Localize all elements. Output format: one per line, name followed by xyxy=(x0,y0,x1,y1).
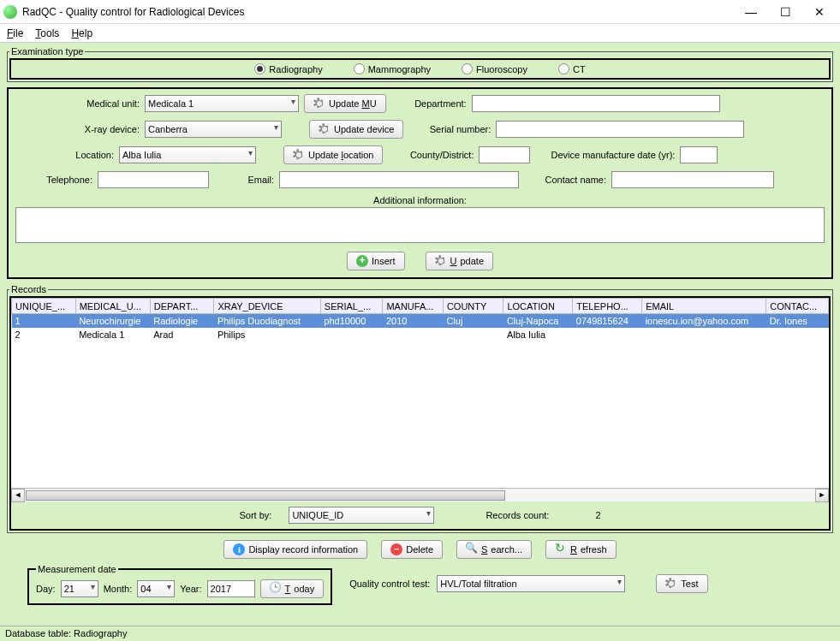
measurement-date-fieldset: Measurement date Day: 21 Month: 04 Year:… xyxy=(27,564,332,605)
column-header[interactable]: MANUFA... xyxy=(383,299,444,314)
column-header[interactable]: XRAY_DEVICE xyxy=(214,299,320,314)
gear-icon xyxy=(293,149,305,161)
records-table[interactable]: UNIQUE_...MEDICAL_U...DEPART...XRAY_DEVI… xyxy=(11,298,829,488)
column-header[interactable]: EMAIL xyxy=(642,299,766,314)
column-header[interactable]: LOCATION xyxy=(503,299,573,314)
refresh-icon xyxy=(555,543,567,555)
contact-input[interactable] xyxy=(611,171,774,188)
titlebar: RadQC - Quality control for Radiological… xyxy=(0,0,840,24)
email-input[interactable] xyxy=(279,171,519,188)
search-button[interactable]: Search... xyxy=(456,540,532,559)
qc-test-select[interactable]: HVL/Total filtration xyxy=(437,575,625,592)
table-row[interactable]: 1NeurochirurgieRadiologiePhilips Duodiag… xyxy=(12,314,829,329)
column-header[interactable]: SERIAL_... xyxy=(320,299,383,314)
radio-ct[interactable]: CT xyxy=(558,63,586,74)
update-device-button[interactable]: Update device xyxy=(309,120,403,139)
xray-label: X-ray device: xyxy=(15,124,140,134)
update-button[interactable]: Update xyxy=(426,252,493,270)
close-button[interactable]: ✕ xyxy=(802,1,837,23)
gear-icon xyxy=(319,123,331,135)
sort-select[interactable]: UNIQUE_ID xyxy=(289,507,434,524)
refresh-button[interactable]: Refresh xyxy=(545,540,617,559)
info-icon xyxy=(233,543,245,555)
additional-label: Additional information: xyxy=(15,195,825,205)
qc-test-label: Quality control test: xyxy=(349,579,430,589)
gear-icon xyxy=(435,255,447,267)
menu-tools[interactable]: Tools xyxy=(35,27,59,39)
day-label: Day: xyxy=(36,584,56,594)
county-input[interactable] xyxy=(479,146,530,163)
menubar: File Tools Help xyxy=(0,24,840,43)
department-input[interactable] xyxy=(472,95,720,112)
xray-select[interactable]: Canberra xyxy=(145,121,282,138)
medical-unit-select[interactable]: Medicala 1 xyxy=(145,95,299,112)
radio-mammography[interactable]: Mammography xyxy=(354,63,431,74)
sort-label: Sort by: xyxy=(239,510,271,520)
measurement-legend: Measurement date xyxy=(36,564,118,574)
column-header[interactable]: MEDICAL_U... xyxy=(75,299,150,314)
exam-legend: Examination type xyxy=(9,46,85,56)
medical-unit-label: Medical unit: xyxy=(15,98,140,109)
menu-file[interactable]: File xyxy=(7,27,23,39)
mfg-date-label: Device manufacture date (yr): xyxy=(551,150,675,160)
delete-icon xyxy=(390,543,402,555)
month-label: Month: xyxy=(104,584,133,594)
records-fieldset: Records UNIQUE_...MEDICAL_U...DEPART...X… xyxy=(7,284,833,533)
insert-button[interactable]: Insert xyxy=(347,252,405,270)
maximize-button[interactable]: ☐ xyxy=(768,1,802,23)
display-record-button[interactable]: Display record information xyxy=(223,540,367,559)
minimize-button[interactable]: — xyxy=(734,1,768,23)
column-header[interactable]: TELEPHO... xyxy=(573,299,642,314)
records-legend: Records xyxy=(9,284,48,294)
update-location-button[interactable]: Update location xyxy=(283,145,383,164)
gear-icon xyxy=(313,98,325,110)
app-icon xyxy=(3,5,17,19)
search-icon xyxy=(466,543,478,555)
mfg-date-input[interactable] xyxy=(680,146,718,163)
contact-label: Contact name: xyxy=(524,175,606,185)
county-label: County/District: xyxy=(388,150,474,160)
plus-icon xyxy=(356,255,368,267)
month-select[interactable]: 04 xyxy=(137,580,175,597)
day-select[interactable]: 21 xyxy=(61,580,98,597)
year-input[interactable] xyxy=(207,580,255,597)
table-row[interactable]: 2Medicala 1AradPhilipsAlba Iulia xyxy=(12,328,829,341)
column-header[interactable]: COUNTY xyxy=(443,299,503,314)
statusbar: Database table: Radiography xyxy=(0,626,840,641)
location-label: Location: xyxy=(15,150,114,160)
location-select[interactable]: Alba Iulia xyxy=(119,146,256,163)
radio-fluoroscopy[interactable]: Fluoroscopy xyxy=(462,63,527,74)
scroll-right-arrow[interactable]: ► xyxy=(815,489,829,502)
radio-radiography[interactable]: Radiography xyxy=(254,63,322,74)
telephone-label: Telephone: xyxy=(15,175,92,185)
scroll-left-arrow[interactable]: ◄ xyxy=(11,489,25,502)
examination-type-fieldset: Examination type Radiography Mammography… xyxy=(7,46,833,82)
device-form: Medical unit: Medicala 1 Update MU Depar… xyxy=(7,87,833,279)
delete-button[interactable]: Delete xyxy=(381,540,443,559)
gear-icon xyxy=(665,578,677,590)
year-label: Year: xyxy=(180,584,201,594)
telephone-input[interactable] xyxy=(98,171,209,188)
update-mu-button[interactable]: Update MU xyxy=(304,94,386,113)
window-title: RadQC - Quality control for Radiological… xyxy=(22,6,734,18)
column-header[interactable]: CONTAC... xyxy=(766,299,829,314)
scroll-thumb[interactable] xyxy=(26,490,505,501)
today-button[interactable]: Today xyxy=(260,579,325,598)
horizontal-scrollbar[interactable]: ◄ ► xyxy=(11,488,829,502)
menu-help[interactable]: Help xyxy=(71,27,92,39)
serial-label: Serial number: xyxy=(408,124,491,134)
records-count-label: Records count: xyxy=(486,510,549,520)
email-label: Email: xyxy=(214,175,274,185)
serial-input[interactable] xyxy=(496,121,744,138)
records-count-value: 2 xyxy=(595,510,600,520)
additional-textarea[interactable] xyxy=(15,207,825,243)
department-label: Department: xyxy=(391,98,467,109)
test-button[interactable]: Test xyxy=(656,574,707,593)
column-header[interactable]: UNIQUE_... xyxy=(12,299,76,314)
clock-icon xyxy=(270,583,282,595)
column-header[interactable]: DEPART... xyxy=(150,299,214,314)
